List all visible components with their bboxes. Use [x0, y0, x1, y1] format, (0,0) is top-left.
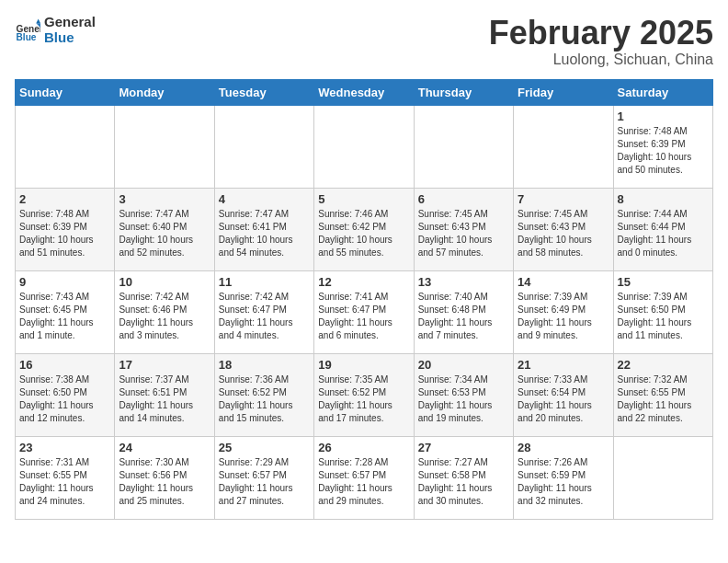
calendar-cell — [115, 105, 214, 188]
calendar-cell: 11Sunrise: 7:42 AM Sunset: 6:47 PM Dayli… — [214, 270, 313, 353]
day-detail: Sunrise: 7:38 AM Sunset: 6:50 PM Dayligh… — [19, 373, 110, 425]
calendar-title: February 2025 — [489, 15, 713, 52]
day-detail: Sunrise: 7:48 AM Sunset: 6:39 PM Dayligh… — [19, 208, 110, 259]
day-number: 8 — [618, 192, 709, 206]
calendar-cell: 13Sunrise: 7:40 AM Sunset: 6:48 PM Dayli… — [414, 270, 513, 353]
calendar-cell: 18Sunrise: 7:36 AM Sunset: 6:52 PM Dayli… — [214, 353, 313, 436]
day-detail: Sunrise: 7:35 AM Sunset: 6:52 PM Dayligh… — [318, 373, 409, 425]
day-number: 27 — [418, 441, 509, 454]
day-detail: Sunrise: 7:28 AM Sunset: 6:57 PM Dayligh… — [318, 456, 409, 508]
calendar-cell — [214, 105, 313, 188]
calendar-cell: 28Sunrise: 7:26 AM Sunset: 6:59 PM Dayli… — [514, 436, 613, 519]
calendar-cell: 22Sunrise: 7:32 AM Sunset: 6:55 PM Dayli… — [613, 353, 712, 436]
day-number: 21 — [518, 358, 609, 372]
calendar-table: SundayMondayTuesdayWednesdayThursdayFrid… — [15, 79, 713, 520]
calendar-cell: 8Sunrise: 7:44 AM Sunset: 6:44 PM Daylig… — [613, 188, 712, 270]
calendar-cell: 6Sunrise: 7:45 AM Sunset: 6:43 PM Daylig… — [414, 188, 513, 270]
day-number: 12 — [318, 275, 409, 289]
calendar-cell: 10Sunrise: 7:42 AM Sunset: 6:46 PM Dayli… — [115, 270, 214, 353]
weekday-header: Thursday — [414, 79, 513, 105]
day-number: 11 — [219, 275, 310, 289]
day-number: 2 — [19, 192, 110, 206]
calendar-cell: 9Sunrise: 7:43 AM Sunset: 6:45 PM Daylig… — [16, 270, 115, 353]
logo-blue: Blue — [44, 30, 96, 46]
day-detail: Sunrise: 7:45 AM Sunset: 6:43 PM Dayligh… — [418, 208, 509, 259]
day-number: 15 — [618, 275, 709, 289]
calendar-cell: 19Sunrise: 7:35 AM Sunset: 6:52 PM Dayli… — [314, 353, 414, 436]
calendar-cell — [514, 105, 613, 188]
day-detail: Sunrise: 7:26 AM Sunset: 6:59 PM Dayligh… — [518, 456, 609, 508]
day-detail: Sunrise: 7:40 AM Sunset: 6:48 PM Dayligh… — [418, 291, 509, 342]
calendar-cell: 21Sunrise: 7:33 AM Sunset: 6:54 PM Dayli… — [514, 353, 613, 436]
day-detail: Sunrise: 7:37 AM Sunset: 6:51 PM Dayligh… — [119, 373, 210, 425]
day-detail: Sunrise: 7:30 AM Sunset: 6:56 PM Dayligh… — [119, 456, 210, 508]
weekday-header: Friday — [514, 79, 613, 105]
day-detail: Sunrise: 7:43 AM Sunset: 6:45 PM Dayligh… — [19, 291, 110, 342]
day-number: 3 — [119, 192, 210, 206]
calendar-cell: 3Sunrise: 7:47 AM Sunset: 6:40 PM Daylig… — [115, 188, 214, 270]
calendar-cell — [16, 105, 115, 188]
day-detail: Sunrise: 7:46 AM Sunset: 6:42 PM Dayligh… — [318, 208, 409, 259]
calendar-week-row: 2Sunrise: 7:48 AM Sunset: 6:39 PM Daylig… — [16, 188, 713, 270]
calendar-cell: 23Sunrise: 7:31 AM Sunset: 6:55 PM Dayli… — [16, 436, 115, 519]
day-number: 28 — [518, 441, 609, 454]
calendar-week-row: 9Sunrise: 7:43 AM Sunset: 6:45 PM Daylig… — [16, 270, 713, 353]
day-number: 26 — [318, 441, 409, 454]
day-detail: Sunrise: 7:34 AM Sunset: 6:53 PM Dayligh… — [418, 373, 509, 425]
day-number: 16 — [19, 358, 110, 372]
day-number: 20 — [418, 358, 509, 372]
calendar-cell: 25Sunrise: 7:29 AM Sunset: 6:57 PM Dayli… — [214, 436, 313, 519]
calendar-week-row: 1Sunrise: 7:48 AM Sunset: 6:39 PM Daylig… — [16, 105, 713, 188]
calendar-cell: 16Sunrise: 7:38 AM Sunset: 6:50 PM Dayli… — [16, 353, 115, 436]
day-number: 9 — [19, 275, 110, 289]
calendar-header-row: SundayMondayTuesdayWednesdayThursdayFrid… — [16, 79, 713, 105]
calendar-week-row: 23Sunrise: 7:31 AM Sunset: 6:55 PM Dayli… — [16, 436, 713, 519]
day-number: 7 — [518, 192, 609, 206]
calendar-cell: 5Sunrise: 7:46 AM Sunset: 6:42 PM Daylig… — [314, 188, 414, 270]
day-detail: Sunrise: 7:32 AM Sunset: 6:55 PM Dayligh… — [618, 373, 709, 425]
day-number: 4 — [219, 192, 310, 206]
day-detail: Sunrise: 7:27 AM Sunset: 6:58 PM Dayligh… — [418, 456, 509, 508]
day-number: 13 — [418, 275, 509, 289]
day-detail: Sunrise: 7:39 AM Sunset: 6:50 PM Dayligh… — [618, 291, 709, 342]
day-number: 14 — [518, 275, 609, 289]
day-detail: Sunrise: 7:44 AM Sunset: 6:44 PM Dayligh… — [618, 208, 709, 259]
weekday-header: Saturday — [613, 79, 712, 105]
day-number: 19 — [318, 358, 409, 372]
day-detail: Sunrise: 7:47 AM Sunset: 6:40 PM Dayligh… — [119, 208, 210, 259]
day-number: 24 — [119, 441, 210, 454]
day-number: 6 — [418, 192, 509, 206]
logo-general: General — [44, 15, 96, 30]
svg-text:Blue: Blue — [17, 31, 37, 41]
day-detail: Sunrise: 7:48 AM Sunset: 6:39 PM Dayligh… — [618, 125, 709, 177]
calendar-week-row: 16Sunrise: 7:38 AM Sunset: 6:50 PM Dayli… — [16, 353, 713, 436]
calendar-cell: 26Sunrise: 7:28 AM Sunset: 6:57 PM Dayli… — [314, 436, 414, 519]
day-detail: Sunrise: 7:45 AM Sunset: 6:43 PM Dayligh… — [518, 208, 609, 259]
day-number: 1 — [618, 109, 709, 123]
day-number: 22 — [618, 358, 709, 372]
day-number: 5 — [318, 192, 409, 206]
day-number: 17 — [119, 358, 210, 372]
calendar-cell: 2Sunrise: 7:48 AM Sunset: 6:39 PM Daylig… — [16, 188, 115, 270]
day-detail: Sunrise: 7:31 AM Sunset: 6:55 PM Dayligh… — [19, 456, 110, 508]
calendar-subtitle: Luolong, Sichuan, China — [489, 52, 713, 68]
day-detail: Sunrise: 7:41 AM Sunset: 6:47 PM Dayligh… — [318, 291, 409, 342]
calendar-cell: 12Sunrise: 7:41 AM Sunset: 6:47 PM Dayli… — [314, 270, 414, 353]
day-number: 18 — [219, 358, 310, 372]
day-detail: Sunrise: 7:39 AM Sunset: 6:49 PM Dayligh… — [518, 291, 609, 342]
calendar-cell: 17Sunrise: 7:37 AM Sunset: 6:51 PM Dayli… — [115, 353, 214, 436]
weekday-header: Tuesday — [214, 79, 313, 105]
calendar-body: 1Sunrise: 7:48 AM Sunset: 6:39 PM Daylig… — [16, 105, 713, 519]
calendar-cell: 1Sunrise: 7:48 AM Sunset: 6:39 PM Daylig… — [613, 105, 712, 188]
day-detail: Sunrise: 7:29 AM Sunset: 6:57 PM Dayligh… — [219, 456, 310, 508]
calendar-cell: 15Sunrise: 7:39 AM Sunset: 6:50 PM Dayli… — [613, 270, 712, 353]
day-number: 25 — [219, 441, 310, 454]
calendar-cell — [613, 436, 712, 519]
calendar-cell — [314, 105, 414, 188]
day-number: 10 — [119, 275, 210, 289]
day-detail: Sunrise: 7:42 AM Sunset: 6:46 PM Dayligh… — [119, 291, 210, 342]
calendar-cell: 7Sunrise: 7:45 AM Sunset: 6:43 PM Daylig… — [514, 188, 613, 270]
day-detail: Sunrise: 7:33 AM Sunset: 6:54 PM Dayligh… — [518, 373, 609, 425]
calendar-cell: 14Sunrise: 7:39 AM Sunset: 6:49 PM Dayli… — [514, 270, 613, 353]
calendar-cell: 27Sunrise: 7:27 AM Sunset: 6:58 PM Dayli… — [414, 436, 513, 519]
